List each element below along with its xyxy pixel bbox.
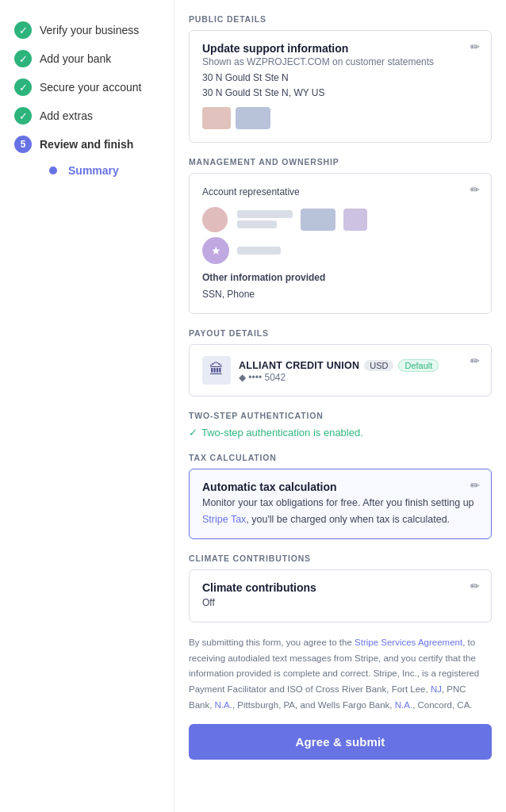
two-step-text: Two-step authentication is enabled.	[201, 427, 363, 439]
rep-avatar	[202, 207, 228, 232]
checkmark-icon: ✓	[14, 50, 32, 67]
section-public-details-title: PUBLIC DETAILS	[189, 14, 492, 24]
edit-tax-icon[interactable]: ✏	[470, 479, 480, 492]
support-shown-as: Shown as WZPROJECT.COM on customer state…	[202, 56, 478, 67]
star-name-placeholders	[237, 247, 281, 255]
star-name-line1	[237, 247, 281, 255]
stripe-tax-link[interactable]: Stripe Tax	[202, 514, 246, 525]
sidebar-item-label: Verify your business	[40, 24, 139, 36]
checkmark-green-icon: ✓	[189, 427, 197, 439]
payout-info: ALLIANT CREDIT UNION USD Default ◆ •••• …	[239, 358, 478, 383]
na1-link[interactable]: N.A.	[215, 700, 232, 710]
edit-management-icon[interactable]: ✏	[470, 183, 480, 196]
support-avatar-row	[202, 107, 478, 129]
payout-row: 🏛 ALLIANT CREDIT UNION USD Default ◆ •••…	[202, 356, 478, 385]
sidebar-item-summary[interactable]: Summary	[11, 159, 166, 182]
bank-icon: 🏛	[202, 356, 231, 385]
step-number-icon: 5	[14, 136, 32, 153]
card-tax: ✏ Automatic tax calculation Monitor your…	[189, 469, 492, 539]
support-card-title: Update support information	[202, 42, 478, 55]
avatar-placeholder-1	[202, 107, 231, 129]
section-climate-title: CLIMATE CONTRIBUTIONS	[189, 553, 492, 563]
account-rep-label: Account representative	[202, 185, 478, 200]
sidebar-item-label: Add your bank	[40, 52, 111, 65]
edit-payout-icon[interactable]: ✏	[470, 354, 480, 367]
account-number-dots: ◆	[239, 372, 248, 383]
tax-card-title: Automatic tax calculation	[202, 481, 478, 493]
account-number: •••• 5042	[248, 372, 286, 383]
support-address1: 30 N Gould St Ste N	[202, 71, 478, 86]
climate-card-title: Climate contributions	[202, 581, 478, 594]
sidebar-item-review-finish[interactable]: 5 Review and finish	[11, 130, 166, 159]
edit-support-icon[interactable]: ✏	[470, 40, 480, 53]
rep-doc-2	[343, 209, 367, 231]
sidebar-item-label: Secure your account	[40, 81, 141, 94]
sidebar-item-secure-account[interactable]: ✓ Secure your account	[11, 73, 166, 102]
two-step-status: ✓ Two-step authentication is enabled.	[189, 427, 492, 439]
section-management-title: MANAGEMENT AND OWNERSHIP	[189, 157, 492, 167]
sidebar-item-add-extras[interactable]: ✓ Add extras	[11, 102, 166, 130]
star-avatar-row: ★	[202, 237, 478, 264]
agree-submit-button[interactable]: Agree & submit	[189, 724, 492, 760]
rep-doc-1	[301, 209, 335, 231]
sidebar-item-label: Summary	[68, 164, 119, 177]
card-payout: ✏ 🏛 ALLIANT CREDIT UNION USD Default ◆ •…	[189, 344, 492, 396]
sidebar-item-label: Review and finish	[40, 138, 133, 151]
section-tax-title: TAX CALCULATION	[189, 453, 492, 462]
star-avatar: ★	[202, 237, 229, 264]
sidebar-item-verify-business[interactable]: ✓ Verify your business	[11, 16, 166, 44]
climate-card-value: Off	[202, 596, 478, 611]
bank-name: ALLIANT CREDIT UNION	[239, 360, 359, 371]
rep-name-line2	[237, 220, 277, 228]
card-climate: ✏ Climate contributions Off	[189, 569, 492, 622]
main-content: PUBLIC DETAILS ✏ Update support informat…	[174, 0, 506, 812]
other-info-label: Other information provided	[202, 270, 478, 285]
payout-badge-row: ALLIANT CREDIT UNION USD Default	[239, 359, 478, 372]
edit-climate-icon[interactable]: ✏	[470, 580, 480, 592]
rep-avatar-row	[202, 207, 478, 232]
checkmark-icon: ✓	[14, 21, 32, 39]
section-payout-title: PAYOUT DETAILS	[189, 328, 492, 338]
tax-card-body: Monitor your tax obligations for free. A…	[202, 495, 478, 527]
legal-text: By submitting this form, you agree to th…	[189, 635, 492, 713]
checkmark-icon: ✓	[14, 79, 32, 96]
sidebar: ✓ Verify your business ✓ Add your bank ✓…	[0, 0, 174, 812]
card-update-support: ✏ Update support information Shown as WZ…	[189, 30, 492, 143]
payout-account: ◆ •••• 5042	[239, 372, 478, 383]
section-two-step-title: TWO-STEP AUTHENTICATION	[189, 411, 492, 420]
sidebar-item-label: Add extras	[40, 109, 93, 122]
avatar-placeholder-2	[236, 107, 270, 129]
checkmark-icon: ✓	[14, 107, 32, 124]
nj-link[interactable]: NJ	[431, 684, 442, 694]
default-badge: Default	[398, 359, 439, 372]
dot-icon	[49, 167, 57, 174]
na2-link[interactable]: N.A.	[395, 700, 412, 710]
rep-name-line1	[237, 210, 293, 218]
support-address2: 30 N Gould St Ste N, WY US	[202, 86, 478, 101]
card-management: ✏ Account representative ★ Other informa…	[189, 173, 492, 314]
other-info-value: SSN, Phone	[202, 287, 478, 302]
stripe-services-agreement-link[interactable]: Stripe Services Agreement	[355, 638, 462, 647]
rep-name-placeholders	[237, 210, 293, 228]
currency-badge: USD	[364, 360, 393, 371]
sidebar-item-add-bank[interactable]: ✓ Add your bank	[11, 44, 166, 73]
